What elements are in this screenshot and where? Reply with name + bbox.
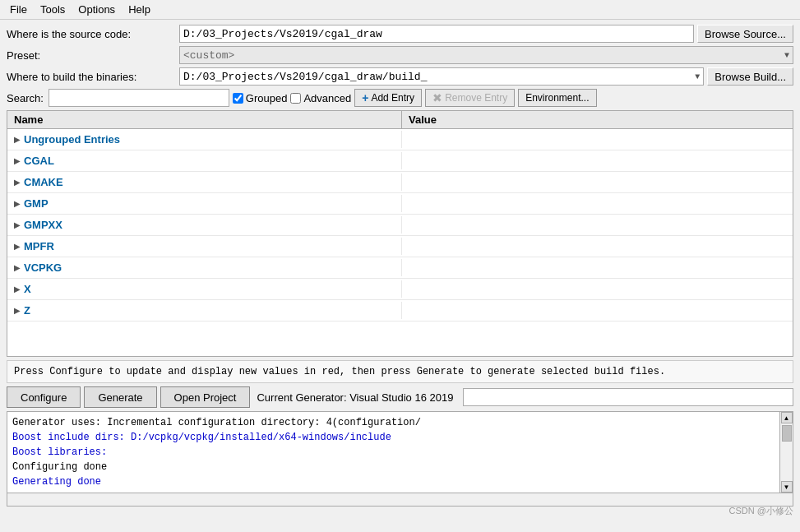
group-name: CMAKE bbox=[24, 176, 63, 188]
group-name: MPFR bbox=[24, 240, 54, 252]
progress-bar bbox=[463, 388, 793, 406]
binary-row: Where to build the binaries: ▼ Browse Bu… bbox=[7, 67, 793, 86]
table-row[interactable]: ▶ GMPXX bbox=[7, 215, 793, 236]
advanced-checkbox-label[interactable]: Advanced bbox=[290, 92, 351, 104]
advanced-checkbox[interactable] bbox=[290, 93, 301, 104]
table-row[interactable]: ▶ Z bbox=[7, 300, 793, 322]
grouped-label: Grouped bbox=[246, 92, 288, 104]
table-row[interactable]: ▶ CMAKE bbox=[7, 172, 793, 193]
group-name: Ungrouped Entries bbox=[24, 133, 120, 146]
generator-label: Current Generator: Visual Studio 16 2019 bbox=[257, 391, 453, 404]
expand-arrow[interactable]: ▶ bbox=[14, 178, 21, 187]
row-value bbox=[402, 244, 793, 249]
expand-arrow[interactable]: ▶ bbox=[14, 220, 21, 229]
remove-icon: ✖ bbox=[432, 91, 442, 104]
bottom-buttons: Configure Generate Open Project Current … bbox=[7, 386, 793, 408]
scroll-down-arrow[interactable]: ▼ bbox=[781, 481, 793, 493]
binary-dropdown[interactable]: ▼ bbox=[179, 67, 704, 86]
row-value bbox=[402, 266, 793, 271]
main-content: Where is the source code: Browse Source.… bbox=[0, 20, 800, 511]
table-row[interactable]: ▶ X bbox=[7, 279, 793, 300]
log-line: Generating done bbox=[12, 474, 788, 489]
log-line: Configuring done bbox=[12, 460, 788, 474]
log-area: Generator uses: Incremental configuratio… bbox=[7, 411, 793, 493]
row-value bbox=[402, 308, 793, 313]
source-input[interactable] bbox=[179, 25, 694, 43]
expand-arrow[interactable]: ▶ bbox=[14, 199, 21, 208]
log-content: Generator uses: Incremental configuratio… bbox=[7, 412, 793, 493]
menu-file[interactable]: File bbox=[3, 2, 34, 17]
configure-button[interactable]: Configure bbox=[7, 386, 81, 408]
scroll-thumb[interactable] bbox=[782, 425, 792, 442]
table-row[interactable]: ▶ Ungrouped Entries bbox=[7, 129, 793, 150]
group-name: VCPKG bbox=[24, 261, 62, 274]
col-value-header: Value bbox=[402, 111, 793, 128]
search-label: Search: bbox=[7, 92, 44, 104]
binary-input[interactable] bbox=[180, 68, 695, 85]
add-entry-label: Add Entry bbox=[371, 92, 414, 104]
open-project-button[interactable]: Open Project bbox=[160, 386, 251, 408]
expand-arrow[interactable]: ▶ bbox=[14, 263, 21, 272]
group-name: CGAL bbox=[24, 155, 54, 167]
horizontal-scroll-track[interactable] bbox=[7, 493, 793, 506]
table-row[interactable]: ▶ CGAL bbox=[7, 150, 793, 172]
group-name: GMP bbox=[24, 197, 49, 210]
source-label: Where is the source code: bbox=[7, 28, 179, 40]
binary-dropdown-arrow: ▼ bbox=[695, 72, 703, 81]
grouped-checkbox-label[interactable]: Grouped bbox=[233, 92, 288, 104]
expand-arrow[interactable]: ▶ bbox=[14, 135, 21, 144]
table-row[interactable]: ▶ GMP bbox=[7, 193, 793, 215]
browse-build-button[interactable]: Browse Build... bbox=[707, 67, 793, 86]
remove-entry-label: Remove Entry bbox=[445, 92, 507, 104]
row-value bbox=[402, 180, 793, 185]
col-name-header: Name bbox=[7, 111, 402, 128]
generate-button[interactable]: Generate bbox=[84, 386, 156, 408]
bottom-scroll[interactable] bbox=[7, 493, 793, 507]
menu-options[interactable]: Options bbox=[72, 2, 122, 17]
browse-source-button[interactable]: Browse Source... bbox=[697, 25, 793, 43]
search-input[interactable] bbox=[49, 89, 229, 107]
scroll-up-arrow[interactable]: ▲ bbox=[781, 412, 793, 423]
remove-entry-button[interactable]: ✖ Remove Entry bbox=[425, 89, 515, 107]
add-icon: + bbox=[362, 91, 368, 104]
grouped-checkbox[interactable] bbox=[233, 93, 243, 104]
status-text: Press Configure to update and display ne… bbox=[14, 366, 665, 377]
log-line: Boost libraries: bbox=[12, 445, 788, 460]
preset-row: Preset: <custom> ▼ bbox=[7, 46, 793, 64]
expand-arrow[interactable]: ▶ bbox=[14, 306, 21, 315]
expand-arrow[interactable]: ▶ bbox=[14, 156, 21, 165]
log-line: Boost include dirs: D:/vcpkg/vcpkg/insta… bbox=[12, 430, 788, 445]
row-value bbox=[402, 137, 793, 142]
preset-label: Preset: bbox=[7, 49, 179, 62]
cmake-table: Name Value ▶ Ungrouped Entries ▶ CGAL ▶ … bbox=[7, 110, 793, 357]
watermark: CSDN @小修公 bbox=[729, 505, 793, 517]
menu-tools[interactable]: Tools bbox=[34, 2, 72, 17]
menu-help[interactable]: Help bbox=[122, 2, 157, 17]
source-row: Where is the source code: Browse Source.… bbox=[7, 25, 793, 43]
expand-arrow[interactable]: ▶ bbox=[14, 285, 21, 294]
expand-arrow[interactable]: ▶ bbox=[14, 242, 21, 251]
table-row[interactable]: ▶ VCPKG bbox=[7, 257, 793, 279]
row-value bbox=[402, 287, 793, 292]
binary-label: Where to build the binaries: bbox=[7, 71, 179, 83]
row-value bbox=[402, 159, 793, 164]
group-name: GMPXX bbox=[24, 219, 62, 231]
advanced-label: Advanced bbox=[303, 92, 351, 104]
add-entry-button[interactable]: + Add Entry bbox=[354, 89, 422, 107]
log-scrollbar[interactable]: ▲ ▼ bbox=[779, 412, 793, 493]
row-value bbox=[402, 223, 793, 228]
status-bar: Press Configure to update and display ne… bbox=[7, 360, 793, 383]
preset-dropdown-arrow: ▼ bbox=[784, 51, 789, 60]
table-body: ▶ Ungrouped Entries ▶ CGAL ▶ CMAKE ▶ GMP… bbox=[7, 129, 793, 322]
environment-button[interactable]: Environment... bbox=[518, 89, 596, 107]
preset-value: <custom> bbox=[183, 49, 234, 62]
menu-bar: File Tools Options Help bbox=[0, 0, 800, 20]
table-row[interactable]: ▶ MPFR bbox=[7, 236, 793, 257]
group-name: X bbox=[24, 283, 31, 295]
table-header: Name Value bbox=[7, 111, 793, 129]
log-line: Generator uses: Incremental configuratio… bbox=[12, 415, 788, 430]
toolbar: Search: Grouped Advanced + Add Entry ✖ R… bbox=[7, 89, 793, 107]
group-name: Z bbox=[24, 304, 30, 317]
row-value bbox=[402, 201, 793, 206]
preset-dropdown[interactable]: <custom> ▼ bbox=[179, 46, 793, 64]
